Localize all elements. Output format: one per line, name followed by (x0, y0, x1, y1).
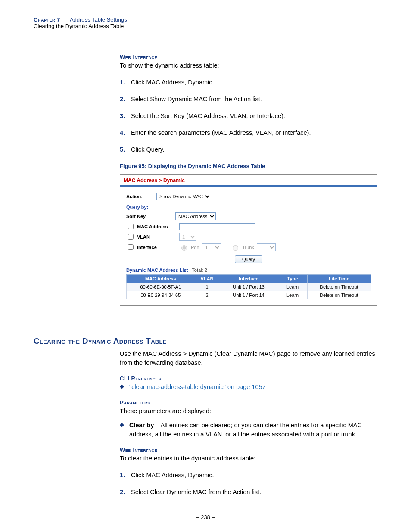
steps-clear: 1.Click MAC Address, Dynamic. 2.Select C… (120, 471, 377, 497)
section-heading-cli: CLI References (120, 375, 377, 382)
step-text: Click Query. (131, 145, 165, 154)
action-row: Action: Show Dynamic MAC (126, 193, 371, 200)
section-heading-parameters: Parameters (120, 399, 377, 406)
section-divider (34, 332, 377, 332)
figure-caption: Figure 95: Displaying the Dynamic MAC Ad… (120, 163, 377, 169)
section-heading-web-interface-2: Web Interface (120, 447, 377, 453)
mac-option-row: MAC Address (126, 222, 371, 230)
trunk-radio[interactable] (233, 245, 238, 251)
port-radio-label: Port (191, 245, 199, 250)
panel-breadcrumb: MAC Address > Dynamic (120, 175, 377, 185)
vlan-option-row: VLAN 1 (126, 233, 371, 241)
step-text: Enter the search parameters (MAC Address… (131, 128, 311, 137)
col-interface: Interface (219, 275, 278, 283)
mac-checkbox[interactable] (128, 224, 134, 229)
step-number: 2. (120, 95, 131, 104)
steps-show: 1.Click MAC Address, Dynamic. 2.Select S… (120, 78, 377, 154)
running-header: Chapter 7 | Address Table Settings Clear… (34, 16, 377, 32)
chapter-subtitle: Clearing the Dynamic Address Table (34, 23, 377, 29)
clear-intro: Use the MAC Address > Dynamic (Clear Dyn… (120, 349, 377, 367)
trunk-radio-label: Trunk (242, 245, 254, 250)
port-select[interactable]: 1 (202, 243, 221, 251)
interface-checkbox[interactable] (128, 244, 134, 250)
step-number: 1. (120, 471, 131, 480)
chapter-title: Address Table Settings (70, 16, 127, 23)
sort-key-select[interactable]: MAC Address (175, 212, 216, 220)
bullet-icon: ◆ (120, 383, 129, 391)
params-intro: These parameters are displayed: (120, 407, 377, 416)
action-select[interactable]: Show Dynamic MAC (156, 193, 211, 200)
step-number: 2. (120, 488, 131, 497)
query-button[interactable]: Query (235, 255, 262, 263)
cli-reference-link[interactable]: "clear mac-address-table dynamic" on pag… (129, 383, 266, 392)
intro-text: To show the dynamic address table: (120, 61, 377, 70)
step-text: Select Clear Dynamic MAC from the Action… (131, 488, 261, 497)
sort-key-label: Sort Key (126, 214, 168, 219)
section-heading-web-interface: Web Interface (120, 54, 377, 60)
interface-option-row: Interface Port 1 Trunk (126, 243, 371, 251)
query-by-label: Query by: (126, 205, 371, 210)
mac-table: MAC Address VLAN Interface Type Life Tim… (126, 274, 371, 299)
mac-input[interactable] (179, 223, 255, 230)
separator: | (64, 16, 66, 23)
heading-clearing: Clearing the Dynamic Address Table (34, 336, 377, 346)
step-number: 3. (120, 112, 131, 121)
clear-steps-intro: To clear the entries in the dynamic addr… (120, 454, 377, 463)
table-row: 00-E0-29-94-34-65 2 Unit 1 / Port 14 Lea… (127, 291, 371, 299)
table-row: 00-60-6E-00-5F-A1 1 Unit 1 / Port 13 Lea… (127, 283, 371, 291)
col-mac: MAC Address (127, 275, 195, 283)
col-vlan: VLAN (195, 275, 219, 283)
col-type: Type (278, 275, 307, 283)
page-number: – 238 – (34, 514, 377, 520)
step-number: 4. (120, 128, 131, 137)
list-title: Dynamic MAC Address List Total: 2 (126, 268, 371, 273)
bullet-icon: ◆ (120, 421, 129, 429)
step-text: Click MAC Address, Dynamic. (131, 78, 214, 87)
action-label: Action: (126, 194, 156, 199)
trunk-select[interactable] (257, 243, 276, 251)
step-number: 1. (120, 78, 131, 87)
vlan-option-label: VLAN (137, 234, 175, 240)
chapter-label: Chapter 7 (34, 16, 60, 23)
mac-option-label: MAC Address (137, 224, 175, 229)
step-text: Select Show Dynamic MAC from the Action … (131, 95, 262, 104)
port-radio[interactable] (181, 245, 187, 251)
step-text: Select the Sort Key (MAC Address, VLAN, … (131, 112, 285, 121)
col-lifetime: Life Time (307, 275, 371, 283)
step-text: Click MAC Address, Dynamic. (131, 471, 214, 480)
figure-panel: MAC Address > Dynamic Action: Show Dynam… (120, 174, 377, 306)
interface-option-label: Interface (137, 245, 175, 250)
param-clear-by: Clear by – All entries can be cleared; o… (129, 421, 377, 439)
vlan-checkbox[interactable] (128, 234, 134, 240)
vlan-select[interactable]: 1 (179, 233, 196, 241)
step-number: 5. (120, 145, 131, 154)
sort-key-row: Sort Key MAC Address (126, 212, 371, 220)
